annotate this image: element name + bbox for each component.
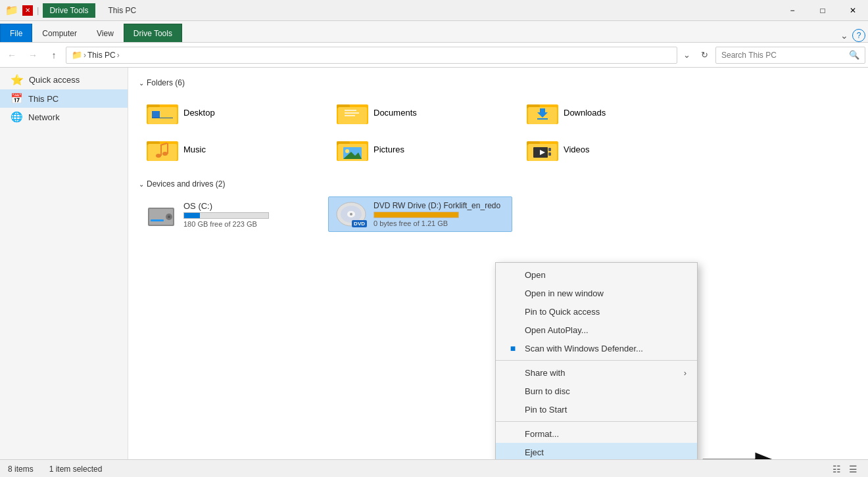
close-button[interactable]: ✕ <box>838 0 868 21</box>
folder-pictures[interactable]: Pictures <box>329 132 516 166</box>
svg-rect-18 <box>148 144 177 161</box>
address-bar: ← → ↑ 📁 › This PC › ⌄ ↻ 🔍 <box>0 43 868 68</box>
folder-documents[interactable]: Documents <box>329 95 516 129</box>
sidebar-label-thispc: This PC <box>28 94 59 104</box>
sidebar-item-thispc[interactable]: 📅 This PC <box>0 89 128 108</box>
folders-chevron[interactable]: ⌄ <box>139 80 144 87</box>
status-left: 8 items 1 item selected <box>8 465 102 474</box>
search-input[interactable] <box>721 51 846 60</box>
ctx-burn-icon <box>506 386 519 396</box>
ctx-sep-2 <box>496 421 697 422</box>
ctx-open-label: Open <box>525 270 687 280</box>
ctx-pin-icon <box>506 306 519 317</box>
folders-section-title: Folders (6) <box>147 78 185 87</box>
ctx-pin-label: Pin to Quick access <box>525 307 687 317</box>
desktop-folder-icon <box>147 99 178 125</box>
drive-c-label: OS (C:) <box>183 201 269 211</box>
quickaccess-icon: ⭐ <box>11 74 24 86</box>
drive-c-bar <box>184 213 200 218</box>
devices-chevron[interactable]: ⌄ <box>139 181 144 188</box>
music-folder-icon <box>147 136 178 162</box>
title-bar-left: 📁 ✕ | Drive Tools <box>0 3 101 18</box>
ctx-scan-defender[interactable]: ■ Scan with Windows Defender... <box>496 339 697 357</box>
folder-music-label: Music <box>183 145 206 154</box>
address-dropdown[interactable]: ⌄ <box>680 47 693 64</box>
ctx-pin-quick[interactable]: Pin to Quick access <box>496 302 697 321</box>
folder-pictures-label: Pictures <box>374 145 404 154</box>
sidebar-item-network[interactable]: 🌐 Network <box>0 108 128 126</box>
svg-rect-20 <box>160 145 162 156</box>
up-button[interactable]: ↑ <box>45 47 63 64</box>
ctx-open-new-window[interactable]: Open in new window <box>496 284 697 302</box>
ribbon-chevron-icon[interactable]: ⌄ <box>840 30 848 41</box>
hdd-icon <box>145 201 177 227</box>
sidebar: ⭐ Quick access 📅 This PC 🌐 Network <box>0 68 128 459</box>
ribbon-help-icon[interactable]: ? <box>852 29 865 42</box>
ctx-autoplay[interactable]: Open AutoPlay... <box>496 321 697 339</box>
folder-desktop[interactable]: Desktop <box>139 95 326 129</box>
folder-videos[interactable]: Videos <box>519 132 706 166</box>
devices-section-header: ⌄ Devices and drives (2) <box>139 177 857 191</box>
ctx-share-with[interactable]: Share with › <box>496 363 697 382</box>
pictures-folder-icon <box>337 136 368 162</box>
drive-d[interactable]: DVD DVD RW Drive (D:) Forklift_en_redo 0… <box>328 196 512 232</box>
qat-icon-folder[interactable]: 📁 <box>5 4 18 16</box>
path-thispc[interactable]: This PC <box>87 51 116 60</box>
ctx-pin-start[interactable]: Pin to Start <box>496 400 697 419</box>
ctx-eject[interactable]: Eject <box>496 443 697 459</box>
path-separator-2: › <box>117 51 120 60</box>
address-path[interactable]: 📁 › This PC › <box>66 47 677 64</box>
ctx-burn[interactable]: Burn to disc <box>496 382 697 400</box>
main-layout: ⭐ Quick access 📅 This PC 🌐 Network ⌄ Fol… <box>0 68 868 459</box>
title-bar: 📁 ✕ | Drive Tools This PC − □ ✕ <box>0 0 868 21</box>
view-details-button[interactable]: ☰ <box>846 463 860 476</box>
tab-file[interactable]: File <box>0 24 32 42</box>
tab-computer[interactable]: Computer <box>32 24 87 42</box>
devices-grid: OS (C:) 180 GB free of 223 GB D <box>139 196 857 232</box>
folder-downloads[interactable]: Downloads <box>519 95 706 129</box>
window-title: This PC <box>101 6 777 15</box>
tab-drive-tools[interactable]: Drive Tools <box>124 24 182 42</box>
ctx-open-new-icon <box>506 288 519 298</box>
qat-separator: | <box>37 5 39 15</box>
title-bar-drive-tools-tab[interactable]: Drive Tools <box>43 3 95 18</box>
arrow-annotation <box>702 449 788 459</box>
search-icon[interactable]: 🔍 <box>849 50 859 60</box>
ctx-pin-start-icon <box>506 404 519 415</box>
tab-view[interactable]: View <box>87 24 124 42</box>
svg-point-46 <box>350 213 352 216</box>
status-bar: 8 items 1 item selected ☷ ☰ <box>0 459 868 477</box>
folder-documents-label: Documents <box>374 108 417 118</box>
maximize-button[interactable]: □ <box>808 0 838 21</box>
ctx-share-label: Share with <box>525 368 679 378</box>
folder-downloads-label: Downloads <box>564 108 606 118</box>
svg-rect-9 <box>345 112 359 114</box>
search-box: 🔍 <box>715 47 865 64</box>
view-large-icons-button[interactable]: ☷ <box>830 463 844 476</box>
devices-section-title: Devices and drives (2) <box>147 179 225 189</box>
forward-button[interactable]: → <box>24 47 42 64</box>
ctx-format[interactable]: Format... <box>496 424 697 443</box>
refresh-button[interactable]: ↻ <box>696 47 713 64</box>
arrow-svg <box>702 449 788 459</box>
svg-rect-15 <box>537 118 548 120</box>
downloads-folder-icon <box>527 99 558 125</box>
svg-point-41 <box>168 216 170 218</box>
svg-point-28 <box>345 149 349 153</box>
drive-c[interactable]: OS (C:) 180 GB free of 223 GB <box>139 196 323 232</box>
minimize-button[interactable]: − <box>777 0 808 21</box>
drive-d-bar-container <box>374 212 459 218</box>
ctx-format-label: Format... <box>525 429 687 439</box>
sidebar-item-quickaccess[interactable]: ⭐ Quick access <box>0 70 128 89</box>
drive-d-label: DVD RW Drive (D:) Forklift_en_redo <box>374 201 500 210</box>
ctx-open[interactable]: Open <box>496 265 697 284</box>
qat-icon-save[interactable]: ✕ <box>22 5 33 16</box>
folder-music[interactable]: Music <box>139 132 326 166</box>
computer-icon: 📅 <box>11 93 23 104</box>
videos-folder-icon <box>527 136 558 162</box>
svg-rect-4 <box>152 118 173 118</box>
path-folder-icon[interactable]: 📁 <box>72 50 82 60</box>
folders-section-header: ⌄ Folders (6) <box>139 76 857 90</box>
svg-marker-47 <box>702 452 788 459</box>
back-button[interactable]: ← <box>3 47 21 64</box>
